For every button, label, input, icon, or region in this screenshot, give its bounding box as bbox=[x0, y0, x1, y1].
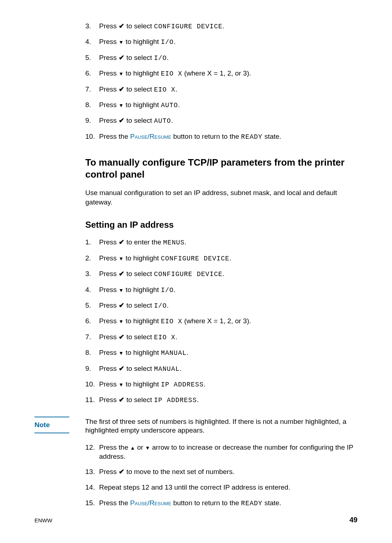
menu-constant: I/O bbox=[161, 287, 173, 294]
steps-list-b: 1.Press ✔ to enter the MENUS.2.Press ▼ t… bbox=[85, 238, 358, 405]
step-item: 6.Press ▼ to highlight EIO X (where X = … bbox=[85, 317, 358, 326]
step-item: 9.Press ✔ to select MANUAL. bbox=[85, 364, 358, 373]
menu-constant: I/O bbox=[154, 302, 167, 309]
menu-constant: AUTO bbox=[161, 102, 178, 109]
step-number: 10. bbox=[85, 132, 96, 141]
footer-page-number: 49 bbox=[350, 516, 358, 524]
step-number: 7. bbox=[85, 333, 96, 342]
menu-constant: CONFIGURE DEVICE bbox=[161, 255, 229, 262]
section-body: Use manual configuration to set an IP ad… bbox=[85, 188, 358, 207]
menu-constant: EIO X bbox=[154, 86, 175, 93]
subsection-heading: Setting an IP address bbox=[85, 220, 358, 230]
menu-constant: CONFIGURE DEVICE bbox=[154, 23, 222, 30]
menu-constant: MENUS bbox=[163, 239, 185, 246]
step-number: 5. bbox=[85, 53, 96, 62]
down-arrow-icon: ▼ bbox=[119, 39, 124, 45]
step-number: 9. bbox=[85, 116, 96, 125]
step-number: 15. bbox=[85, 499, 96, 508]
step-number: 11. bbox=[85, 396, 96, 405]
check-icon: ✔ bbox=[119, 468, 124, 475]
menu-constant: MANUAL bbox=[154, 365, 180, 373]
down-arrow-icon: ▼ bbox=[119, 319, 124, 324]
step-number: 4. bbox=[85, 285, 96, 295]
step-item: 3.Press ✔ to select CONFIGURE DEVICE. bbox=[85, 22, 358, 31]
down-arrow-icon: ▼ bbox=[119, 256, 124, 262]
check-icon: ✔ bbox=[119, 238, 124, 246]
menu-constant: AUTO bbox=[154, 117, 171, 125]
step-item: 14.Repeat steps 12 and 13 until the corr… bbox=[85, 483, 358, 492]
main-content: 3.Press ✔ to select CONFIGURE DEVICE.4.P… bbox=[85, 22, 358, 405]
step-item: 9.Press ✔ to select AUTO. bbox=[85, 116, 358, 125]
step-number: 2. bbox=[85, 254, 96, 263]
step-number: 13. bbox=[85, 467, 96, 477]
step-item: 7.Press ✔ to select EIO X. bbox=[85, 85, 358, 94]
down-arrow-icon: ▼ bbox=[119, 350, 124, 356]
step-number: 3. bbox=[85, 22, 96, 31]
menu-constant: IP ADDRESS bbox=[154, 397, 197, 404]
menu-constant: CONFIGURE DEVICE bbox=[154, 271, 222, 278]
step-item: 13.Press ✔ to move to the next set of nu… bbox=[85, 467, 358, 477]
step-number: 4. bbox=[85, 37, 96, 46]
button-name: Pause/Resume bbox=[130, 499, 171, 507]
down-arrow-icon: ▼ bbox=[145, 445, 150, 451]
up-arrow-icon: ▲ bbox=[130, 445, 135, 451]
button-name: Pause/Resume bbox=[130, 133, 171, 140]
step-item: 5.Press ✔ to select I/O. bbox=[85, 301, 358, 310]
step-item: 10.Press the Pause/Resume button to retu… bbox=[85, 132, 358, 141]
check-icon: ✔ bbox=[119, 396, 124, 404]
down-arrow-icon: ▼ bbox=[119, 102, 124, 108]
step-item: 4.Press ▼ to highlight I/O. bbox=[85, 285, 358, 295]
menu-constant: READY bbox=[241, 133, 262, 141]
check-icon: ✔ bbox=[119, 54, 124, 61]
check-icon: ✔ bbox=[119, 270, 124, 277]
step-number: 1. bbox=[85, 238, 96, 247]
section-heading: To manually configure TCP/IP parameters … bbox=[85, 157, 358, 180]
step-number: 10. bbox=[85, 380, 96, 389]
note-block: Note The first of three sets of numbers … bbox=[34, 417, 358, 435]
step-number: 3. bbox=[85, 270, 96, 279]
step-item: 6.Press ▼ to highlight EIO X (where X = … bbox=[85, 69, 358, 78]
menu-constant: EIO X bbox=[161, 318, 182, 325]
step-number: 14. bbox=[85, 483, 96, 492]
footer-left: ENWW bbox=[34, 517, 52, 523]
step-number: 8. bbox=[85, 101, 96, 110]
down-arrow-icon: ▼ bbox=[119, 71, 124, 77]
step-number: 7. bbox=[85, 85, 96, 94]
check-icon: ✔ bbox=[119, 117, 124, 124]
main-content-continued: 12.Press the ▲ or ▼ arrow to to increase… bbox=[85, 443, 358, 508]
step-item: 8.Press ▼ to highlight AUTO. bbox=[85, 101, 358, 110]
step-item: 4.Press ▼ to highlight I/O. bbox=[85, 37, 358, 46]
menu-constant: READY bbox=[241, 500, 262, 507]
menu-constant: MANUAL bbox=[161, 349, 187, 357]
menu-constant: EIO X bbox=[154, 334, 175, 341]
check-icon: ✔ bbox=[119, 333, 124, 341]
step-number: 5. bbox=[85, 301, 96, 310]
step-item: 2.Press ▼ to highlight CONFIGURE DEVICE. bbox=[85, 254, 358, 263]
check-icon: ✔ bbox=[119, 22, 124, 30]
steps-list-a: 3.Press ✔ to select CONFIGURE DEVICE.4.P… bbox=[85, 22, 358, 141]
check-icon: ✔ bbox=[119, 85, 124, 93]
step-item: 5.Press ✔ to select I/O. bbox=[85, 53, 358, 62]
step-number: 6. bbox=[85, 317, 96, 326]
check-icon: ✔ bbox=[119, 365, 124, 372]
menu-constant: IP ADDRESS bbox=[161, 381, 204, 388]
menu-constant: I/O bbox=[161, 39, 173, 46]
step-item: 1.Press ✔ to enter the MENUS. bbox=[85, 238, 358, 247]
step-number: 6. bbox=[85, 69, 96, 78]
step-item: 12.Press the ▲ or ▼ arrow to to increase… bbox=[85, 443, 358, 461]
menu-constant: I/O bbox=[154, 54, 167, 62]
menu-constant: EIO X bbox=[161, 70, 182, 77]
step-item: 15.Press the Pause/Resume button to retu… bbox=[85, 499, 358, 508]
down-arrow-icon: ▼ bbox=[119, 382, 124, 388]
steps-list-c: 12.Press the ▲ or ▼ arrow to to increase… bbox=[85, 443, 358, 508]
step-item: 3.Press ✔ to select CONFIGURE DEVICE. bbox=[85, 270, 358, 279]
note-text: The first of three sets of numbers is hi… bbox=[85, 417, 358, 435]
step-number: 9. bbox=[85, 364, 96, 373]
page-footer: ENWW 49 bbox=[34, 516, 358, 524]
check-icon: ✔ bbox=[119, 301, 124, 309]
step-item: 11.Press ✔ to select IP ADDRESS. bbox=[85, 396, 358, 405]
step-item: 7.Press ✔ to select EIO X. bbox=[85, 333, 358, 342]
note-label: Note bbox=[34, 417, 69, 433]
step-item: 8.Press ▼ to highlight MANUAL. bbox=[85, 348, 358, 357]
step-number: 8. bbox=[85, 348, 96, 357]
